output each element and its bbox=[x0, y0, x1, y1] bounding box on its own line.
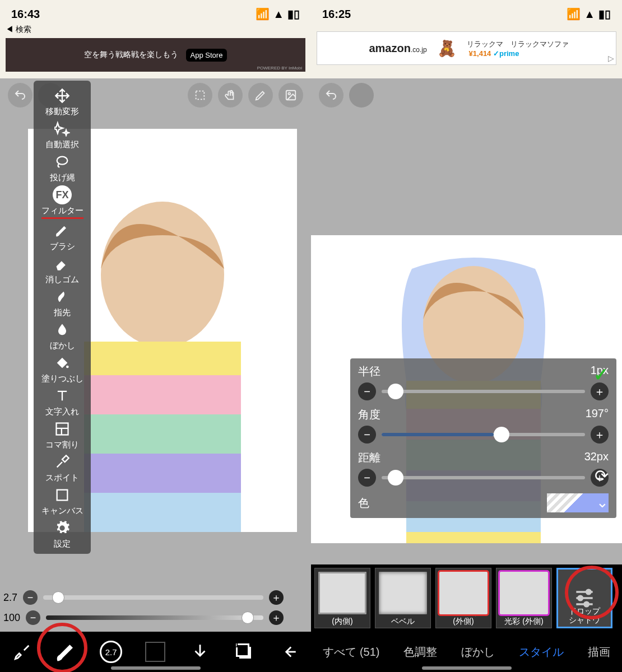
download-icon[interactable] bbox=[185, 637, 215, 667]
tool-label: 塗りつぶし bbox=[41, 374, 83, 384]
color-row: 色 bbox=[358, 493, 609, 512]
tool-fill[interactable]: 塗りつぶし bbox=[34, 353, 91, 384]
color-label: 色 bbox=[358, 496, 369, 511]
tool-lasso[interactable]: 投げ縄 bbox=[34, 152, 91, 183]
amazon-logo: amazon.co.jp bbox=[369, 42, 426, 55]
angle-value: 197° bbox=[586, 407, 609, 422]
opacity-slider-row: 100 − ＋ bbox=[3, 610, 284, 625]
back-to-search[interactable]: ◀ 検索 bbox=[0, 25, 311, 35]
tab-blur[interactable]: ぼかし bbox=[461, 645, 495, 660]
tool-label: コマ割り bbox=[45, 440, 79, 450]
fx-thumb[interactable]: 光彩 (外側) bbox=[496, 568, 552, 628]
tool-label: スポイト bbox=[45, 473, 79, 483]
tool-panel[interactable]: コマ割り bbox=[34, 419, 91, 450]
plus-icon[interactable]: ＋ bbox=[591, 426, 609, 444]
fx-thumb[interactable]: ドロップ シャドウ bbox=[556, 568, 612, 628]
radius-slider[interactable] bbox=[382, 390, 585, 393]
lasso-icon bbox=[53, 152, 72, 171]
tool-autosel[interactable]: 自動選択 bbox=[34, 119, 91, 150]
tool-label: 指先 bbox=[54, 307, 71, 318]
pen-tool-icon[interactable] bbox=[248, 83, 273, 108]
tool-smudge[interactable]: 指先 bbox=[34, 287, 91, 318]
canvas-icon bbox=[53, 486, 72, 505]
tool-label: フィルター bbox=[41, 206, 83, 219]
reset-icon[interactable]: ⟳ bbox=[595, 466, 609, 486]
tool-label: 移動変形 bbox=[45, 106, 79, 117]
ad-banner[interactable]: amazon.co.jp 🧸 リラックマ リラックマソファ ¥1,414 ✓pr… bbox=[317, 31, 616, 65]
tab-style[interactable]: スタイル bbox=[519, 645, 564, 660]
home-indicator bbox=[422, 666, 512, 670]
color-swatch[interactable] bbox=[140, 637, 170, 667]
app-canvas-area: ✓ 半径1px − ＋ 角度197° − ＋ bbox=[311, 78, 622, 672]
tool-canvas[interactable]: キャンバス bbox=[34, 486, 91, 516]
fx-thumb[interactable]: ふちどり (外側) bbox=[435, 568, 491, 628]
distance-label: 距離 bbox=[358, 450, 380, 465]
angle-slider[interactable] bbox=[382, 433, 585, 436]
brush-tool-button[interactable] bbox=[52, 637, 82, 667]
tab-color[interactable]: 色調整 bbox=[403, 645, 437, 660]
brush-size-label: 2.7 bbox=[105, 647, 117, 657]
tab-draw[interactable]: 描画 bbox=[588, 645, 610, 660]
settings-icon bbox=[53, 519, 72, 538]
distance-row: 距離32px − ＋ bbox=[358, 450, 609, 487]
minus-icon[interactable]: − bbox=[358, 469, 376, 487]
tool-label: キャンバス bbox=[41, 506, 83, 516]
tool-label: 設定 bbox=[54, 539, 71, 549]
tool-brush[interactable]: ブラシ bbox=[34, 221, 91, 252]
fx-thumb[interactable]: (内側) bbox=[314, 568, 370, 628]
fx-thumb[interactable]: ベベル bbox=[375, 568, 431, 628]
fx-label: 光彩 (外側) bbox=[504, 617, 543, 626]
fx-preview bbox=[318, 572, 366, 614]
tool-settings[interactable]: 設定 bbox=[34, 519, 91, 549]
decrease-icon[interactable]: − bbox=[23, 590, 38, 605]
status-icons: 📶 ▲ ▮▯ bbox=[567, 7, 611, 21]
increase-icon[interactable]: ＋ bbox=[269, 610, 284, 625]
undo-button[interactable] bbox=[319, 83, 344, 108]
tool-label: 文字入れ bbox=[45, 407, 79, 417]
ad-banner[interactable]: 空を舞う戦略戦を楽しもう App Store POWERED BY InMobi bbox=[6, 38, 305, 72]
tool-label: ブラシ bbox=[50, 241, 75, 252]
minus-icon[interactable]: − bbox=[358, 382, 376, 400]
opacity-slider[interactable] bbox=[46, 615, 263, 620]
ad-info-icon[interactable]: ▷ bbox=[608, 54, 614, 63]
svg-rect-7 bbox=[84, 414, 241, 454]
panel-icon bbox=[53, 419, 72, 438]
tool-text[interactable]: 文字入れ bbox=[34, 386, 91, 417]
minus-icon[interactable]: − bbox=[358, 426, 376, 444]
select-rect-icon[interactable] bbox=[188, 83, 212, 108]
home-indicator bbox=[111, 666, 201, 670]
layers-button[interactable]: 1 bbox=[229, 637, 259, 667]
ad-powered: POWERED BY InMobi bbox=[257, 66, 302, 71]
fx-preview bbox=[379, 572, 427, 614]
status-bar: 16:43 📶 ▲ ▮▯ bbox=[0, 0, 311, 28]
expand-icon[interactable]: ⌄ bbox=[596, 494, 609, 511]
decrease-icon[interactable]: − bbox=[26, 610, 40, 625]
autosel-icon bbox=[53, 119, 72, 138]
brush-size-indicator[interactable]: 2.7 bbox=[96, 637, 126, 667]
svg-rect-9 bbox=[84, 493, 241, 532]
tool-eyedrop[interactable]: スポイト bbox=[34, 452, 91, 483]
distance-value: 32px bbox=[584, 450, 609, 465]
confirm-check-icon[interactable]: ✓ bbox=[593, 364, 609, 385]
tool-label: 消しゴム bbox=[45, 274, 79, 285]
right-screenshot: 16:25 📶 ▲ ▮▯ amazon.co.jp 🧸 リラックマ リラックマソ… bbox=[311, 0, 622, 672]
signal-icon: 📶 bbox=[256, 7, 270, 21]
undo-button[interactable] bbox=[8, 83, 33, 108]
hand-tool-icon[interactable] bbox=[218, 83, 243, 108]
image-tool-icon[interactable] bbox=[278, 83, 303, 108]
tool-move[interactable]: 移動変形 bbox=[34, 86, 91, 117]
tab-all[interactable]: すべて (51) bbox=[323, 645, 379, 660]
back-icon[interactable] bbox=[273, 637, 304, 667]
increase-icon[interactable]: ＋ bbox=[269, 590, 284, 605]
tool-filter[interactable]: FXフィルター bbox=[34, 185, 91, 219]
ad-product: リラックマ リラックマソファ bbox=[467, 39, 569, 49]
brush-edit-icon[interactable] bbox=[7, 637, 38, 667]
distance-slider[interactable] bbox=[382, 476, 585, 479]
tool-blur[interactable]: ぼかし bbox=[34, 320, 91, 351]
redo-button[interactable] bbox=[349, 83, 374, 108]
tool-eraser[interactable]: 消しゴム bbox=[34, 254, 91, 285]
svg-rect-6 bbox=[84, 375, 241, 414]
brush-size-slider[interactable] bbox=[43, 595, 263, 600]
filter-icon: FX bbox=[53, 185, 72, 204]
angle-row: 角度197° − ＋ bbox=[358, 407, 609, 444]
